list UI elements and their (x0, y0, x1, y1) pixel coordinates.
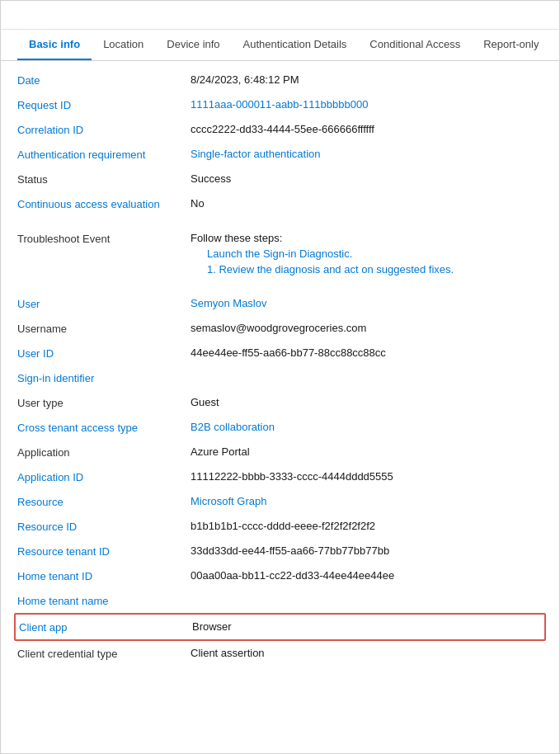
field-value[interactable]: Single-factor authentication (191, 148, 543, 160)
table-row: Home tenant name (17, 588, 543, 613)
content-area: Date8/24/2023, 6:48:12 PMRequest ID1111a… (1, 61, 559, 682)
field-label: Correlation ID (17, 123, 191, 136)
field-label: Request ID (17, 98, 191, 111)
field-value: 33dd33dd-ee44-ff55-aa66-77bb77bb77bb (191, 544, 543, 557)
table-row: Home tenant ID00aa00aa-bb11-cc22-dd33-44… (17, 563, 543, 588)
field-value: 44ee44ee-ff55-aa66-bb77-88cc88cc88cc (191, 346, 543, 359)
field-label: Resource ID (17, 520, 191, 533)
panel-title (1, 1, 559, 30)
field-label: Application ID (17, 470, 191, 483)
field-label: Sign-in identifier (17, 371, 191, 384)
table-row: Sign-in identifier (17, 365, 543, 390)
field-label: User ID (17, 346, 191, 360)
field-label: Username (17, 322, 191, 335)
table-row: Troubleshoot EventFollow these steps:Lau… (17, 226, 543, 281)
table-row: Client appBrowser (14, 613, 546, 641)
table-row: Request ID1111aaa-000011-aabb-111bbbbb00… (17, 92, 543, 117)
table-row: User typeGuest (17, 390, 543, 415)
table-row: Date8/24/2023, 6:48:12 PM (17, 68, 543, 92)
field-label: Status (17, 172, 191, 186)
table-row: User ID44ee44ee-ff55-aa66-bb77-88cc88cc8… (17, 341, 543, 365)
field-value: 11112222-bbbb-3333-cccc-4444dddd5555 (191, 470, 543, 483)
table-row: Cross tenant access typeB2B collaboratio… (17, 415, 543, 440)
tab-authentication-details[interactable]: Authentication Details (232, 30, 359, 60)
activity-details-panel: Basic infoLocationDevice infoAuthenticat… (0, 0, 560, 754)
table-row: Usernamesemaslov@woodgrovegroceries.com (17, 316, 543, 341)
table-row: Resource tenant ID33dd33dd-ee44-ff55-aa6… (17, 539, 543, 563)
table-row: Correlation IDcccc2222-dd33-4444-55ee-66… (17, 117, 543, 142)
field-value: Azure Portal (191, 445, 543, 458)
table-row: UserSemyon Maslov (17, 291, 543, 316)
table-row: Resource IDb1b1b1b1-cccc-dddd-eeee-f2f2f… (17, 514, 543, 539)
tab-report-only[interactable]: Report-only (472, 30, 550, 60)
field-value: Guest (191, 396, 543, 408)
field-value: Browser (192, 620, 541, 633)
field-value: b1b1b1b1-cccc-dddd-eeee-f2f2f2f2f2f2 (191, 520, 543, 532)
field-label: Home tenant name (17, 594, 191, 607)
field-label: Resource tenant ID (17, 544, 191, 558)
troubleshoot-launch-link[interactable]: Launch the Sign-in Diagnostic. (191, 247, 543, 260)
table-row: Application ID11112222-bbbb-3333-cccc-44… (17, 464, 543, 489)
table-row: Continuous access evaluationNo (17, 191, 543, 216)
field-label: Authentication requirement (17, 148, 191, 161)
field-value[interactable]: B2B collaboration (191, 421, 543, 433)
tab-location[interactable]: Location (92, 30, 155, 60)
tab-device-info[interactable]: Device info (155, 30, 231, 60)
table-row: Client credential typeClient assertion (17, 641, 543, 666)
field-label: Cross tenant access type (17, 421, 191, 434)
table-row: ApplicationAzure Portal (17, 440, 543, 464)
troubleshoot-review-text: 1. Review the diagnosis and act on sugge… (191, 263, 543, 276)
field-value: cccc2222-dd33-4444-55ee-666666ffffff (191, 123, 543, 135)
tab-basic-info[interactable]: Basic info (17, 30, 92, 60)
troubleshoot-follow-text: Follow these steps: (191, 232, 543, 244)
field-value: semaslov@woodgrovegroceries.com (191, 322, 543, 334)
field-label: Date (17, 73, 191, 87)
field-label: Troubleshoot Event (17, 232, 191, 245)
field-label: Client app (19, 620, 192, 634)
table-row: ResourceMicrosoft Graph (17, 489, 543, 514)
field-value: Success (191, 172, 543, 185)
troubleshoot-block: Follow these steps:Launch the Sign-in Di… (191, 232, 543, 276)
field-value[interactable]: Microsoft Graph (191, 495, 543, 507)
table-row: StatusSuccess (17, 167, 543, 191)
tab-conditional-access[interactable]: Conditional Access (358, 30, 472, 60)
field-label: User type (17, 396, 191, 409)
field-label: Home tenant ID (17, 569, 191, 582)
field-value: No (191, 197, 543, 210)
field-value[interactable]: 1111aaa-000011-aabb-111bbbbb000 (191, 98, 543, 111)
field-label: Application (17, 445, 191, 459)
field-label: Continuous access evaluation (17, 197, 191, 210)
field-label: Resource (17, 495, 191, 508)
field-value: 00aa00aa-bb11-cc22-dd33-44ee44ee44ee (191, 569, 543, 582)
field-label: Client credential type (17, 647, 191, 660)
tabs-bar: Basic infoLocationDevice infoAuthenticat… (1, 30, 559, 61)
field-value: Client assertion (191, 647, 543, 659)
table-row: Authentication requirementSingle-factor … (17, 142, 543, 167)
field-label: User (17, 297, 191, 310)
field-value[interactable]: Semyon Maslov (191, 297, 543, 309)
field-value: 8/24/2023, 6:48:12 PM (191, 73, 543, 86)
